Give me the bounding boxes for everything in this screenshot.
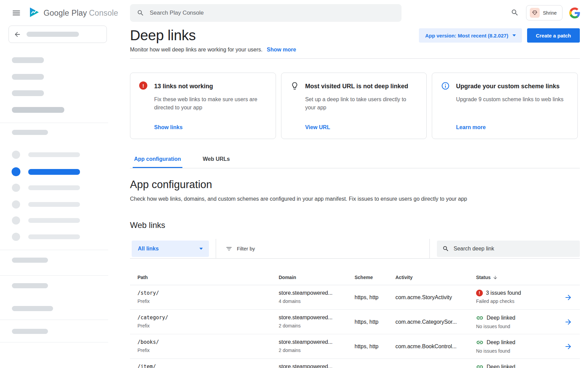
card-title: Most visited URL is not deep linked	[305, 82, 418, 91]
path-value: /category/	[137, 314, 279, 321]
card-most-visited-url: Most visited URL is not deep linked Set …	[281, 73, 427, 139]
card-title: Upgrade your custom scheme links	[456, 82, 569, 91]
domain-value: store.steampowered...	[279, 290, 355, 296]
domain-value: store.steampowered...	[279, 314, 355, 321]
open-row-arrow-icon[interactable]	[564, 293, 572, 302]
deep-linked-icon	[476, 339, 484, 346]
app-version-dropdown[interactable]: App version: Most recent (8.2.027)	[419, 28, 522, 43]
insight-cards: ! 13 links not working Fix these web lin…	[130, 73, 578, 139]
skeleton-bar	[12, 258, 48, 263]
tab-web-urls[interactable]: Web URLs	[201, 152, 231, 168]
skeleton-bar	[27, 32, 79, 37]
domain-value: store.steampowered...	[279, 363, 355, 368]
filter-icon	[226, 245, 232, 252]
error-status-icon: !	[476, 290, 483, 296]
menu-icon[interactable]	[11, 8, 21, 18]
skeleton-bar	[28, 234, 80, 239]
deep-link-search-input[interactable]: Search deep link	[437, 241, 580, 257]
google-account-avatar[interactable]	[569, 7, 580, 18]
caret-down-icon	[512, 34, 516, 36]
view-url-link[interactable]: View URL	[305, 124, 330, 131]
status-detail: No issues found	[476, 323, 564, 329]
column-header-scheme: Scheme	[355, 275, 395, 280]
filter-by-button[interactable]: Filter by	[226, 245, 255, 252]
divider	[0, 250, 108, 250]
open-row-arrow-icon[interactable]	[564, 318, 572, 326]
tab-app-configuration[interactable]: App configuration	[133, 152, 182, 168]
back-arrow-icon	[14, 31, 21, 38]
search-icon[interactable]	[510, 9, 519, 17]
table-row[interactable]: /category/ Prefix store.steampowered... …	[130, 310, 580, 334]
card-body: Fix these web links to make sure users a…	[154, 95, 264, 112]
divider	[0, 342, 108, 342]
learn-more-link[interactable]: Learn more	[456, 124, 486, 131]
selected-item-bar	[28, 169, 80, 175]
activity-value: com.acme.BookControl...	[395, 343, 476, 350]
activity-value: com.acme.CategorySor...	[395, 319, 476, 325]
skeleton-bar	[12, 74, 44, 80]
status-value: Deep linked	[487, 315, 516, 321]
path-value: /item/	[137, 363, 279, 368]
path-type: Prefix	[137, 298, 279, 304]
skeleton-bar	[28, 218, 80, 223]
links-filter-dropdown[interactable]: All links	[132, 241, 209, 257]
skeleton-circle	[12, 151, 20, 159]
filter-by-label: Filter by	[237, 246, 255, 251]
skeleton-circle	[12, 216, 20, 225]
status-value: Deep linked	[487, 364, 516, 368]
card-title: 13 links not working	[154, 82, 267, 91]
table-row[interactable]: /item/ store.steampowered... Deep linked	[130, 359, 580, 368]
divider	[0, 123, 108, 123]
create-patch-button[interactable]: Create a patch	[527, 28, 580, 43]
skeleton-circle	[12, 233, 20, 241]
caret-down-icon	[199, 248, 203, 250]
show-more-link[interactable]: Show more	[267, 47, 296, 52]
domain-count: 2 domains	[279, 347, 355, 353]
header-actions: App version: Most recent (8.2.027) Creat…	[419, 28, 580, 43]
scheme-value: https, http	[355, 343, 395, 350]
status-value: 3 issues found	[486, 290, 521, 296]
status-value: Deep linked	[487, 339, 516, 346]
play-console-logo-icon	[28, 6, 40, 20]
table-row[interactable]: /story/ Prefix store.steampowered... 4 d…	[130, 285, 580, 310]
skeleton-bar	[12, 90, 44, 96]
tab-bar: App configuration Web URLs	[130, 152, 580, 168]
status-detail: Failed app checks	[476, 298, 564, 304]
open-row-arrow-icon[interactable]	[564, 342, 572, 351]
subtitle-text: Monitor how well deep links are working …	[130, 47, 263, 52]
links-filter-label: All links	[138, 246, 159, 252]
deep-linked-icon	[476, 363, 484, 368]
brand-secondary: Console	[89, 9, 118, 17]
skeleton-circle	[12, 200, 20, 209]
card-links-not-working: ! 13 links not working Fix these web lin…	[130, 73, 276, 139]
deep-linked-icon	[476, 314, 484, 322]
status-header-label: Status	[476, 275, 491, 280]
deep-link-search-placeholder: Search deep link	[454, 246, 494, 252]
path-type: Prefix	[137, 347, 279, 353]
card-body: Set up a deep link to take users directl…	[305, 95, 415, 112]
page-title: Deep links	[130, 27, 196, 44]
selected-item-icon	[12, 167, 20, 176]
column-header-status[interactable]: Status	[476, 275, 564, 280]
back-button[interactable]	[9, 26, 107, 43]
error-icon: !	[139, 81, 148, 90]
brand-primary: Google Play	[44, 9, 87, 17]
main-content: Deep links App version: Most recent (8.2…	[130, 26, 580, 368]
global-search-placeholder: Search Play Console	[150, 10, 204, 16]
divider	[130, 58, 580, 59]
app-version-label: App version: Most recent (8.2.027)	[425, 33, 508, 39]
sidebar	[0, 26, 108, 368]
shrine-app-icon	[530, 8, 540, 18]
search-icon	[442, 245, 449, 252]
domain-count: 2 domains	[279, 323, 355, 329]
global-search-input[interactable]: Search Play Console	[130, 4, 402, 22]
column-header-path: Path	[137, 275, 279, 280]
section-description: Check how web links, domains, and custom…	[130, 195, 580, 203]
skeleton-bar	[12, 130, 48, 135]
show-links-link[interactable]: Show links	[154, 124, 183, 131]
app-switcher[interactable]: Shrine	[526, 5, 562, 20]
skeleton-circle	[12, 184, 20, 192]
divider	[0, 275, 108, 276]
table-row[interactable]: /books/ Prefix store.steampowered... 2 d…	[130, 334, 580, 359]
page-subtitle: Monitor how well deep links are working …	[130, 47, 580, 53]
